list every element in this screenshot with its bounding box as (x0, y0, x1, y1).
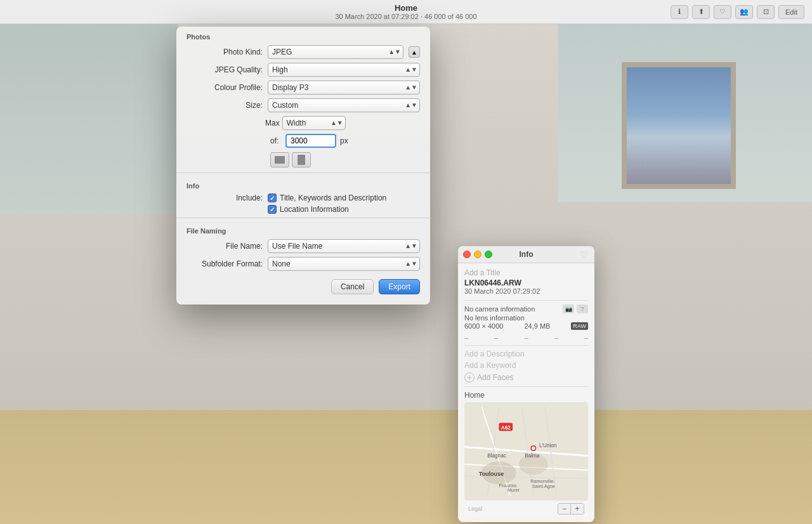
question-icon: ? (577, 305, 588, 313)
colour-profile-control: Display P3 sRGB Adobe RGB ▲▼ (268, 81, 420, 95)
of-label: of: (270, 136, 282, 145)
maximize-button[interactable] (485, 251, 492, 258)
subfolder-format-select[interactable]: None By Date By Event (268, 257, 420, 271)
export-button[interactable]: Export (379, 279, 420, 294)
colour-profile-label: Colour Profile: (187, 83, 263, 92)
size-label: Size: (187, 101, 263, 110)
subfolder-format-control: None By Date By Event ▲▼ (268, 257, 420, 271)
file-naming-section-header: File Naming (176, 221, 430, 237)
svg-point-21 (532, 447, 535, 450)
dimension-value-input[interactable] (285, 134, 336, 148)
dimensions-text: 6000 × 4000 (464, 322, 503, 330)
info-divider-3 (464, 386, 588, 387)
include-title-checkbox[interactable] (268, 193, 277, 202)
include-location-item: Location Information (268, 205, 349, 214)
max-row: Max Width Height Dimension ▲▼ (176, 114, 430, 132)
minimize-button[interactable] (474, 251, 481, 258)
no-camera-text: No camera information (464, 305, 535, 313)
jpeg-quality-control: Low Medium High Maximum ▲▼ (268, 63, 420, 77)
include-location-text: Location Information (280, 205, 349, 214)
size-select[interactable]: Full Size Custom Small (240px) Medium (6… (268, 98, 420, 112)
titlebar-center: Home 30 March 2020 at 07:29:02 · 46 000 … (335, 3, 476, 20)
landscape-orientation-button[interactable] (270, 152, 289, 167)
file-name-select[interactable]: Use File Name Sequential Date/Time (268, 239, 420, 253)
crop-button[interactable]: ⊡ (757, 5, 775, 19)
info-heart-button[interactable]: ♡ (580, 249, 588, 259)
info-section-header: Info (176, 176, 430, 192)
raw-badge: RAW (571, 322, 588, 330)
camera-info-row: No camera information 📷 ? (464, 305, 588, 313)
size-info-row: 6000 × 4000 24,9 MB RAW (464, 322, 588, 330)
svg-text:Blagnac: Blagnac (487, 453, 506, 459)
photo-kind-row: Photo Kind: JPEG TIFF PNG ▲▼ ▲ (176, 43, 430, 61)
camera-icons: 📷 ? (563, 305, 588, 313)
info-body: Add a Title LKN06446.ARW 30 March 2020 0… (458, 263, 594, 522)
dash-1: – (464, 334, 468, 341)
jpeg-quality-select[interactable]: Low Medium High Maximum (268, 63, 420, 77)
info-divider-1 (464, 300, 588, 301)
map-zoom-out-button[interactable]: − (558, 504, 571, 514)
photo-kind-select[interactable]: JPEG TIFF PNG (268, 45, 403, 59)
add-keyword-placeholder[interactable]: Add a Keyword (464, 361, 588, 370)
photo-kind-label: Photo Kind: (187, 48, 263, 56)
include-title-item: Title, Keywords and Description (268, 193, 386, 202)
include-location-checkbox[interactable] (268, 205, 277, 214)
colour-profile-row: Colour Profile: Display P3 sRGB Adobe RG… (176, 79, 430, 96)
photos-section-header: Photos (176, 27, 430, 43)
dimension-unit: px (340, 136, 348, 145)
plus-icon: + (464, 372, 475, 383)
dash-4: – (554, 334, 558, 341)
max-dimension-select[interactable]: Width Height Dimension (282, 116, 346, 130)
colour-profile-select[interactable]: Display P3 sRGB Adobe RGB (268, 81, 420, 95)
titlebar-actions: ℹ ⬆ ♡ 👥 ⊡ Edit (671, 5, 804, 19)
lens-info-row: No lens information (464, 314, 588, 322)
share-button[interactable]: ⬆ (692, 5, 710, 19)
svg-text:A62: A62 (501, 425, 511, 431)
map-legal-text[interactable]: Legal (468, 506, 482, 512)
include-location-row: Location Information (176, 204, 430, 215)
people-button[interactable]: 👥 (735, 5, 753, 19)
kitchen-counter (0, 410, 812, 524)
cancel-button[interactable]: Cancel (331, 279, 374, 294)
include-title-text: Title, Keywords and Description (280, 193, 386, 202)
include-title-row: Include: Title, Keywords and Description (176, 192, 430, 204)
of-row: of: px (176, 132, 430, 150)
file-name-row: File Name: Use File Name Sequential Date… (176, 237, 430, 255)
dialog-footer: Cancel Export (176, 273, 430, 294)
size-control: Full Size Custom Small (240px) Medium (6… (268, 98, 420, 112)
photo-kind-control: JPEG TIFF PNG ▲▼ ▲ (268, 45, 420, 59)
subfolder-format-row: Subfolder Format: None By Date By Event … (176, 255, 430, 273)
separator-2 (176, 218, 430, 218)
info-divider-2 (464, 345, 588, 346)
add-faces-row[interactable]: + Add Faces (464, 372, 588, 383)
orientation-row (176, 150, 430, 170)
edit-button[interactable]: Edit (778, 5, 804, 19)
info-panel-titlebar: Info ♡ (458, 246, 594, 263)
titlebar: Home 30 March 2020 at 07:29:02 · 46 000 … (0, 0, 812, 24)
max-label: Max (265, 119, 280, 128)
add-description-placeholder[interactable]: Add a Description (464, 350, 588, 358)
favorite-button[interactable]: ♡ (714, 5, 731, 19)
jpeg-quality-label: JPEG Quality: (187, 65, 263, 74)
file-name-control: Use File Name Sequential Date/Time ▲▼ (268, 239, 420, 253)
collapse-button[interactable]: ▲ (409, 46, 420, 58)
svg-text:L'Union: L'Union (539, 443, 556, 449)
map-zoom-in-button[interactable]: + (571, 504, 584, 514)
titlebar-subtitle: 30 March 2020 at 07:29:02 · 46 000 of 46… (335, 13, 476, 20)
jpeg-quality-select-wrapper: Low Medium High Maximum ▲▼ (268, 63, 420, 77)
dash-3: – (524, 334, 528, 341)
include-label: Include: (187, 193, 263, 202)
close-button[interactable] (463, 251, 471, 258)
traffic-lights (463, 251, 492, 258)
colour-profile-select-wrapper: Display P3 sRGB Adobe RGB ▲▼ (268, 81, 420, 95)
add-title-placeholder[interactable]: Add a Title (464, 268, 588, 277)
info-button[interactable]: ℹ (671, 5, 688, 19)
info-date: 30 March 2020 07:29:02 (464, 287, 588, 295)
export-dialog: Photos Photo Kind: JPEG TIFF PNG ▲▼ ▲ JP… (176, 27, 430, 305)
map-footer: Legal − + (464, 501, 588, 517)
info-panel-title: Info (520, 250, 534, 259)
svg-text:Balma: Balma (525, 453, 540, 459)
separator-1 (176, 173, 430, 173)
subfolder-format-label: Subfolder Format: (187, 259, 263, 268)
portrait-orientation-button[interactable] (292, 152, 311, 167)
